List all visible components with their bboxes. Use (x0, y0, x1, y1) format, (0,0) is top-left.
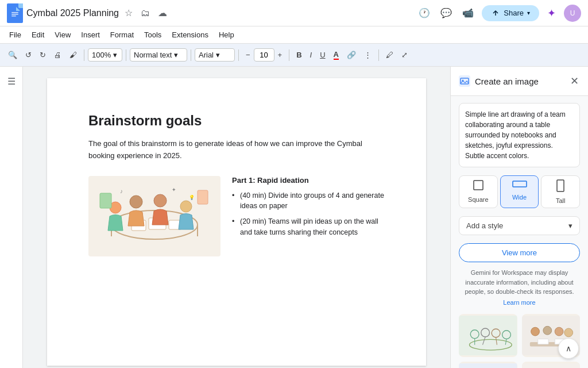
paintformat-icon: 🖌 (69, 51, 77, 59)
undo-icon: ↺ (25, 51, 32, 59)
menu-insert[interactable]: Insert (76, 29, 105, 41)
shape-wide-button[interactable]: Wide (500, 175, 539, 208)
videocam-button[interactable]: 📹 (460, 5, 476, 21)
sidebar-left: ☰ (0, 67, 23, 368)
undo-button[interactable]: ↺ (22, 48, 35, 62)
separator-1 (84, 49, 84, 61)
bold-icon: B (296, 51, 301, 59)
font-size-value[interactable]: 10 (254, 48, 274, 62)
shape-tall-button[interactable]: Tall (541, 175, 580, 208)
svg-rect-1 (11, 12, 18, 13)
tall-shape-icon (556, 179, 564, 195)
panel-close-button[interactable]: ✕ (569, 74, 580, 89)
svg-rect-53 (522, 363, 581, 368)
svg-point-15 (154, 194, 167, 207)
generated-image-1[interactable] (459, 314, 517, 357)
menu-toggle-button[interactable]: ☰ (5, 74, 18, 89)
share-button[interactable]: Share ▾ (482, 5, 539, 21)
panel-title-row: Create an image (459, 75, 539, 87)
shape-square-button[interactable]: Square (459, 175, 498, 208)
svg-point-40 (543, 326, 551, 335)
separator-5 (289, 49, 289, 61)
shape-wide-label: Wide (512, 194, 527, 201)
svg-rect-2 (11, 14, 18, 15)
text-color-icon: A (334, 50, 339, 60)
svg-point-41 (555, 327, 563, 336)
search-button[interactable]: 🔍 (5, 48, 21, 62)
scroll-up-button[interactable]: ∧ (558, 338, 579, 359)
link-button[interactable]: 🔗 (343, 48, 359, 62)
menubar: File Edit View Insert Format Tools Exten… (0, 26, 588, 44)
svg-point-14 (130, 195, 142, 208)
history-button[interactable]: 🕐 (416, 5, 432, 21)
style-select[interactable]: Normal text ▾ (130, 48, 187, 62)
more-button[interactable]: ⋮ (361, 48, 375, 62)
redo-button[interactable]: ↻ (36, 48, 49, 62)
style-chevron: ▾ (174, 51, 178, 59)
font-size-decrease-button[interactable]: − (242, 48, 254, 62)
generated-image-4[interactable] (522, 362, 581, 369)
svg-point-16 (180, 201, 192, 212)
menu-view[interactable]: View (50, 29, 75, 41)
paintformat-button[interactable]: 🖌 (66, 48, 80, 62)
team-illustration: ♪ ✦ 💡 (91, 179, 218, 254)
font-select[interactable]: Arial ▾ (195, 48, 235, 62)
menu-format[interactable]: Format (106, 29, 138, 41)
svg-text:♪: ♪ (120, 188, 123, 194)
sparkle-button[interactable]: ✦ (545, 5, 558, 22)
font-chevron: ▾ (216, 51, 220, 59)
separator-2 (126, 49, 126, 61)
italic-icon: I (310, 51, 312, 59)
shape-square-label: Square (468, 196, 488, 203)
topbar: Cymbal 2025 Planning ☆ 🗂 ☁ 🕐 💬 📹 Share ▾… (0, 0, 588, 26)
font-size-wrapper: − 10 + (242, 48, 285, 62)
menu-edit[interactable]: Edit (27, 29, 49, 41)
folder-button[interactable]: 🗂 (138, 6, 152, 21)
view-more-button[interactable]: View more (459, 243, 580, 262)
gen-image-3-svg (459, 362, 517, 369)
doc-area[interactable]: Brainstorm goals The goal of this brains… (23, 67, 450, 368)
menu-file[interactable]: File (5, 29, 26, 41)
bullet-1: (40 min) Divide into groups of 4 and gen… (232, 190, 385, 212)
print-button[interactable]: 🖨 (51, 48, 65, 62)
underline-button[interactable]: U (316, 48, 328, 62)
svg-rect-3 (11, 16, 16, 17)
doc-image-inner: ♪ ✦ 💡 (88, 176, 220, 256)
doc-image: ♪ ✦ 💡 (88, 176, 220, 256)
zoom-chevron: ▾ (113, 51, 117, 59)
highlight-icon: 🖊 (386, 51, 393, 59)
italic-button[interactable]: I (307, 48, 316, 62)
toolbar: 🔍 ↺ ↻ 🖨 🖌 100% ▾ Normal text ▾ Arial ▾ −… (0, 44, 588, 67)
zoom-select[interactable]: 100% ▾ (88, 48, 122, 62)
style-dropdown[interactable]: Add a style ▾ (459, 216, 580, 235)
disclaimer-text: Gemini for Workspace may display inaccur… (459, 268, 580, 297)
doc-title: Cymbal 2025 Planning (26, 8, 119, 18)
text-color-button[interactable]: A (330, 48, 342, 62)
main-layout: ☰ Brainstorm goals The goal of this brai… (0, 67, 588, 368)
svg-rect-46 (459, 363, 517, 368)
gen-image-4-svg (522, 362, 581, 369)
expand-button[interactable]: ⤢ (398, 48, 411, 62)
svg-rect-18 (198, 190, 208, 204)
menu-help[interactable]: Help (214, 29, 239, 41)
menu-extensions[interactable]: Extensions (167, 29, 213, 41)
search-icon: 🔍 (8, 51, 17, 59)
star-button[interactable]: ☆ (122, 5, 135, 21)
menu-tools[interactable]: Tools (140, 29, 166, 41)
cloud-button[interactable]: ☁ (156, 5, 169, 21)
bold-button[interactable]: B (293, 48, 305, 62)
bullet-2: (20 min) Teams will pin ideas up on the … (232, 216, 385, 238)
expand-icon: ⤢ (401, 51, 408, 59)
redo-icon: ↻ (40, 51, 46, 59)
highlight-button[interactable]: 🖊 (382, 48, 397, 62)
comment-button[interactable]: 💬 (438, 5, 454, 21)
topbar-left: Cymbal 2025 Planning ☆ 🗂 ☁ (7, 3, 412, 23)
font-size-increase-button[interactable]: + (274, 48, 286, 62)
bullet-list: (40 min) Divide into groups of 4 and gen… (232, 190, 385, 238)
learn-more-link[interactable]: Learn more (459, 299, 580, 306)
svg-text:✦: ✦ (172, 187, 176, 193)
panel-title: Create an image (475, 76, 539, 86)
generated-image-3[interactable] (459, 362, 517, 369)
shape-selector: Square Wide Tall (459, 175, 580, 208)
gen-image-1-svg (459, 314, 517, 357)
